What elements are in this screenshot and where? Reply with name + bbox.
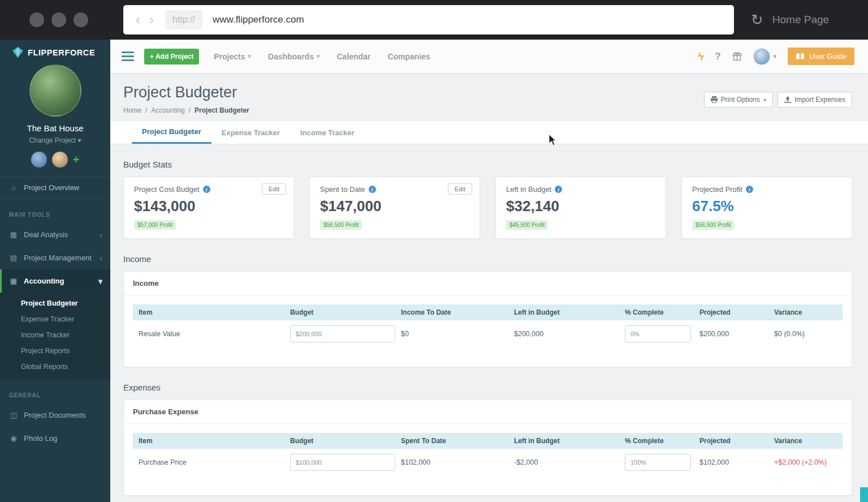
sidebar-subitem-project-reports[interactable]: Project Reports	[0, 343, 110, 359]
table-row: Resale Value $0 $200,000 $200,000 $0 (0.…	[133, 320, 843, 347]
breadcrumb-home[interactable]: Home	[123, 106, 141, 114]
item-cell: Purchase Price	[133, 449, 284, 476]
change-project-link[interactable]: Change Project ▾	[0, 136, 110, 144]
sidebar-item-label: Deal Analysis	[24, 230, 68, 239]
browser-bar: ‹ › http:// www.flipperforce.com ↻ Home …	[0, 0, 868, 40]
sidebar-item-label: Project Documents	[24, 411, 86, 419]
hamburger-icon[interactable]	[122, 52, 134, 61]
content: Project Budgeter Home / Accounting / Pro…	[110, 74, 868, 502]
import-expenses-button[interactable]: Import Expenses	[778, 92, 852, 108]
column-header: Item	[133, 433, 284, 449]
column-header: Variance	[768, 304, 843, 320]
team-member-avatar[interactable]	[52, 152, 68, 168]
budget-input[interactable]	[290, 454, 395, 471]
sidebar-item-label: Project Overview	[24, 183, 79, 192]
print-options-button[interactable]: Print Options ▾	[704, 92, 773, 108]
printer-icon	[711, 96, 718, 103]
column-header: % Complete	[619, 304, 694, 320]
project-avatar[interactable]	[29, 65, 81, 117]
spent-to-date-cell: $102,000	[395, 449, 508, 476]
add-member-button[interactable]: +	[73, 154, 80, 165]
book-icon	[796, 53, 805, 60]
sidebar-subitem-global-reports[interactable]: Global Reports	[0, 359, 110, 375]
percent-complete-input[interactable]	[625, 325, 691, 342]
forward-icon[interactable]: ›	[149, 13, 154, 27]
sidebar-item-label: Photo Log	[24, 434, 57, 443]
profit-badge: $56,500 Profit	[692, 220, 734, 230]
table-header-row: Item Budget Spent To Date Left in Budget…	[133, 433, 843, 449]
edit-button[interactable]: Edit	[262, 183, 286, 195]
user-menu[interactable]: ▾	[753, 48, 777, 65]
stat-card-spent-to-date: Spent to Date i Edit $147,000 $56,500 Pr…	[309, 177, 480, 239]
sidebar-item-project-overview[interactable]: ⌂ Project Overview	[0, 176, 110, 199]
purchase-expense-card: Purchase Expense Item Bu	[123, 400, 852, 496]
tab-project-budgeter[interactable]: Project Budgeter	[132, 121, 211, 144]
team-row: +	[0, 152, 110, 176]
nav-link-label: Companies	[387, 52, 430, 61]
home-page-label[interactable]: Home Page	[772, 14, 829, 26]
sidebar-item-project-management[interactable]: ▤ Project Management ‹	[0, 246, 110, 269]
brand[interactable]: FLIPPERFORCE	[0, 40, 110, 62]
project-name: The Bat House	[0, 123, 110, 133]
ledger-icon: ▣	[9, 277, 18, 285]
percent-complete-input[interactable]	[625, 454, 691, 471]
gift-icon[interactable]	[732, 52, 742, 61]
calculator-icon: ▦	[9, 230, 18, 239]
sidebar-subitem-income-tracker[interactable]: Income Tracker	[0, 327, 110, 343]
column-header: Income To Date	[395, 304, 508, 320]
profit-badge: $57,000 Profit	[134, 220, 176, 230]
chevron-left-icon: ‹	[100, 230, 102, 239]
breadcrumb-separator: /	[189, 106, 191, 114]
sidebar-subitem-expense-tracker[interactable]: Expense Tracker	[0, 311, 110, 327]
info-icon[interactable]: i	[203, 186, 210, 193]
info-icon[interactable]: i	[746, 186, 753, 193]
nav-companies[interactable]: Companies	[387, 52, 430, 61]
home-icon: ⌂	[9, 183, 18, 192]
sidebar-item-accounting[interactable]: ▣ Accounting ▾	[0, 269, 110, 293]
edit-button[interactable]: Edit	[448, 183, 472, 195]
caret-down-icon: ▾	[317, 53, 320, 60]
import-expenses-label: Import Expenses	[794, 96, 845, 104]
breadcrumb: Home / Accounting / Project Budgeter	[123, 106, 249, 114]
tab-expense-tracker[interactable]: Expense Tracker	[211, 121, 290, 144]
url-bar[interactable]: ‹ › http:// www.flipperforce.com	[123, 5, 734, 35]
sidebar-item-project-documents[interactable]: ◫ Project Documents	[0, 404, 110, 427]
user-guide-button[interactable]: User Guide	[788, 48, 854, 65]
user-guide-label: User Guide	[809, 52, 847, 61]
breadcrumb-accounting[interactable]: Accounting	[151, 106, 184, 114]
window-control-dot[interactable]	[29, 12, 44, 27]
help-icon[interactable]: ?	[715, 51, 720, 62]
stat-title: Project Cost Budget	[134, 185, 200, 194]
back-icon[interactable]: ‹	[136, 13, 140, 27]
stat-value: $32,140	[506, 198, 655, 215]
scrollbar-thumb[interactable]	[860, 487, 868, 502]
purchase-expense-card-title: Purchase Expense	[124, 400, 852, 424]
sidebar-subitem-project-budgeter[interactable]: Project Budgeter	[0, 295, 110, 311]
nav-dashboards[interactable]: Dashboards ▾	[268, 52, 319, 61]
info-icon[interactable]: i	[369, 186, 376, 193]
nav-calendar[interactable]: Calendar	[336, 52, 370, 61]
info-icon[interactable]: i	[555, 186, 562, 193]
stats-row: Project Cost Budget i Edit $143,000 $57,…	[123, 177, 852, 239]
screen: ‹ › http:// www.flipperforce.com ↻ Home …	[0, 0, 868, 502]
stat-card-left-in-budget: Left in Budget i $32,140 $45,500 Profit	[495, 177, 666, 239]
lightning-icon[interactable]: ϟ	[698, 50, 703, 63]
window-control-dot[interactable]	[74, 12, 88, 27]
income-heading: Income	[123, 254, 852, 264]
stat-title: Spent to Date	[320, 185, 365, 194]
column-header: Spent To Date	[395, 433, 508, 449]
sidebar-item-deal-analysis[interactable]: ▦ Deal Analysis ‹	[0, 223, 110, 246]
budget-input[interactable]	[290, 325, 395, 342]
tab-income-tracker[interactable]: Income Tracker	[290, 121, 364, 144]
window-control-dot[interactable]	[51, 12, 66, 27]
sidebar-item-photo-log[interactable]: ◉ Photo Log	[0, 427, 110, 450]
url-text[interactable]: www.flipperforce.com	[213, 14, 304, 25]
expenses-heading: Expenses	[123, 383, 852, 392]
add-project-button[interactable]: + Add Project	[144, 49, 199, 65]
reload-icon[interactable]: ↻	[751, 12, 763, 27]
column-header: Projected	[694, 304, 768, 320]
team-member-avatar[interactable]	[31, 152, 47, 168]
nav-projects[interactable]: Projects ▾	[214, 52, 251, 61]
stat-value: $147,000	[320, 198, 469, 215]
top-navbar: + Add Project Projects ▾ Dashboards ▾ Ca…	[110, 40, 868, 74]
